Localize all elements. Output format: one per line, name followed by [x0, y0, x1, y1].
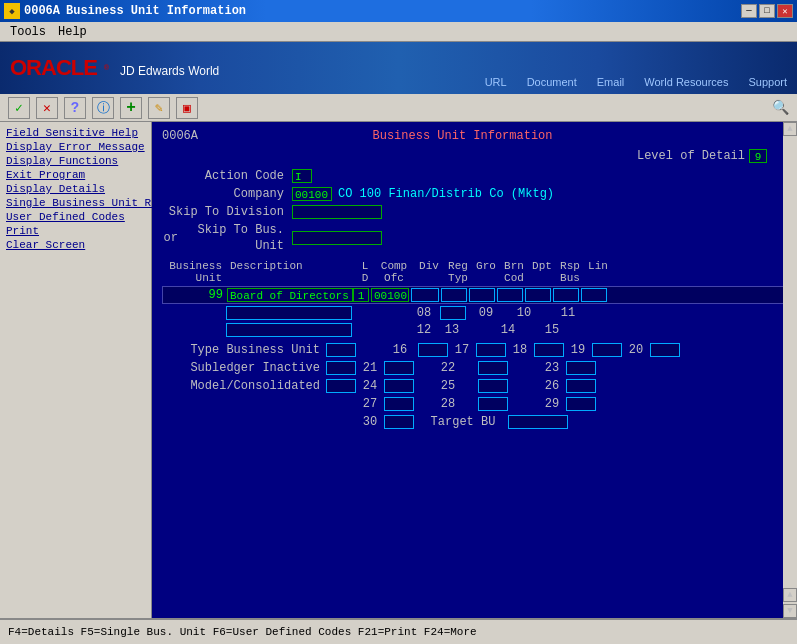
level-of-detail-label: Level of Detail [637, 148, 745, 164]
row1-comp[interactable]: 00100 [371, 288, 409, 302]
table-header-row2: Unit D Ofc Typ Cod Bus [162, 272, 787, 284]
target-bu-field[interactable] [508, 415, 568, 429]
f25[interactable] [478, 379, 508, 393]
sidebar-item-field-sensitive-help[interactable]: Field Sensitive Help [2, 126, 149, 140]
row1-reg[interactable] [441, 288, 467, 302]
nav-url[interactable]: URL [485, 76, 507, 88]
skip-division-value[interactable] [292, 205, 382, 219]
row2-f09[interactable] [440, 306, 466, 320]
form-id: 0006A [162, 128, 198, 144]
f22[interactable] [478, 361, 508, 375]
row1-bu: 99 [167, 287, 227, 303]
num-12: 12 [410, 322, 438, 338]
company-value[interactable]: 00100 [292, 187, 332, 201]
content-area: 0006A Business Unit Information Level of… [152, 122, 797, 618]
num-15: 15 [538, 322, 566, 338]
table-row: 99 Board of Directors 1 00100 [162, 286, 787, 304]
nav-support[interactable]: Support [748, 76, 787, 88]
edit-button[interactable]: ✎ [148, 97, 170, 119]
row1-desc[interactable]: Board of Directors [227, 288, 353, 302]
menu-tools[interactable]: Tools [4, 24, 52, 40]
table-row-2: 08 09 10 11 [162, 305, 787, 321]
scrollbar[interactable]: ▲ ▲ ▼ [783, 122, 797, 618]
nav-email[interactable]: Email [597, 76, 625, 88]
sidebar-item-user-codes[interactable]: User Defined Codes [2, 210, 149, 224]
nav-world-resources[interactable]: World Resources [644, 76, 728, 88]
f21[interactable] [384, 361, 414, 375]
num-26: 26 [538, 378, 566, 394]
row1-dpt[interactable] [525, 288, 551, 302]
table-header: Business Description L Comp Div Reg Gro … [162, 260, 787, 272]
type-bu-row: Type Business Unit 16 17 18 19 20 [162, 342, 787, 358]
search-icon[interactable]: 🔍 [772, 99, 789, 116]
close-button[interactable]: ✕ [777, 4, 793, 18]
sidebar-item-display-details[interactable]: Display Details [2, 182, 149, 196]
action-code-value[interactable]: I [292, 169, 312, 183]
maximize-button[interactable]: □ [759, 4, 775, 18]
help-button[interactable]: ? [64, 97, 86, 119]
row3-desc[interactable] [226, 323, 352, 337]
f19[interactable] [592, 343, 622, 357]
f27[interactable] [384, 397, 414, 411]
main-area: Field Sensitive Help Display Error Messa… [0, 122, 797, 618]
sidebar-item-print[interactable]: Print [2, 224, 149, 238]
f30[interactable] [384, 415, 414, 429]
f29[interactable] [566, 397, 596, 411]
jde-text: JD Edwards World [120, 64, 219, 78]
model-label: Model/Consolidated [166, 378, 326, 394]
num-29: 29 [538, 396, 566, 412]
subledger-label: Subledger Inactive [166, 360, 326, 376]
delete-button[interactable]: ▣ [176, 97, 198, 119]
cancel-button[interactable]: ✕ [36, 97, 58, 119]
nav-document[interactable]: Document [527, 76, 577, 88]
status-text: F4=Details F5=Single Bus. Unit F6=User D… [8, 626, 477, 638]
f16[interactable] [418, 343, 448, 357]
type-bu-field[interactable] [326, 343, 356, 357]
sidebar-item-single-bu[interactable]: Single Business Unit Re [2, 196, 149, 210]
app-title: Business Unit Information [66, 4, 741, 18]
header-nav: URL Document Email World Resources Suppo… [485, 76, 787, 88]
num-21: 21 [356, 360, 384, 376]
row1-lin[interactable] [581, 288, 607, 302]
f18[interactable] [534, 343, 564, 357]
sidebar-item-exit-program[interactable]: Exit Program [2, 168, 149, 182]
sidebar-item-display-functions[interactable]: Display Functions [2, 154, 149, 168]
f17[interactable] [476, 343, 506, 357]
model-field[interactable] [326, 379, 356, 393]
add-button[interactable]: + [120, 97, 142, 119]
num-08: 08 [410, 305, 438, 321]
row1-brn[interactable] [497, 288, 523, 302]
num-19: 19 [564, 342, 592, 358]
company-desc: CO 100 Finan/Distrib Co (Mktg) [338, 186, 554, 202]
company-label: Company [162, 186, 292, 202]
row2-desc[interactable] [226, 306, 352, 320]
ok-button[interactable]: ✓ [8, 97, 30, 119]
f23[interactable] [566, 361, 596, 375]
f24[interactable] [384, 379, 414, 393]
row1-gro[interactable] [469, 288, 495, 302]
row1-ld[interactable]: 1 [353, 288, 369, 302]
menu-help[interactable]: Help [52, 24, 93, 40]
num-18: 18 [506, 342, 534, 358]
scroll-up2-button[interactable]: ▲ [783, 588, 797, 602]
row-30-target: 30 Target BU [162, 414, 787, 430]
subledger-field[interactable] [326, 361, 356, 375]
app-id: 0006A [24, 4, 60, 18]
f28[interactable] [478, 397, 508, 411]
scroll-down-button[interactable]: ▼ [783, 604, 797, 618]
f26[interactable] [566, 379, 596, 393]
row1-div[interactable] [411, 288, 439, 302]
info-button[interactable]: ⓘ [92, 97, 114, 119]
scroll-up-button[interactable]: ▲ [783, 122, 797, 136]
sidebar: Field Sensitive Help Display Error Messa… [0, 122, 152, 618]
num-11: 11 [554, 305, 582, 321]
minimize-button[interactable]: ─ [741, 4, 757, 18]
level-of-detail-value[interactable]: 9 [749, 149, 767, 163]
skip-bus-value[interactable] [292, 231, 382, 245]
num-28: 28 [418, 396, 478, 412]
f20[interactable] [650, 343, 680, 357]
sidebar-item-display-error[interactable]: Display Error Message [2, 140, 149, 154]
sidebar-item-clear-screen[interactable]: Clear Screen [2, 238, 149, 252]
num-20: 20 [622, 342, 650, 358]
row1-rsp[interactable] [553, 288, 579, 302]
